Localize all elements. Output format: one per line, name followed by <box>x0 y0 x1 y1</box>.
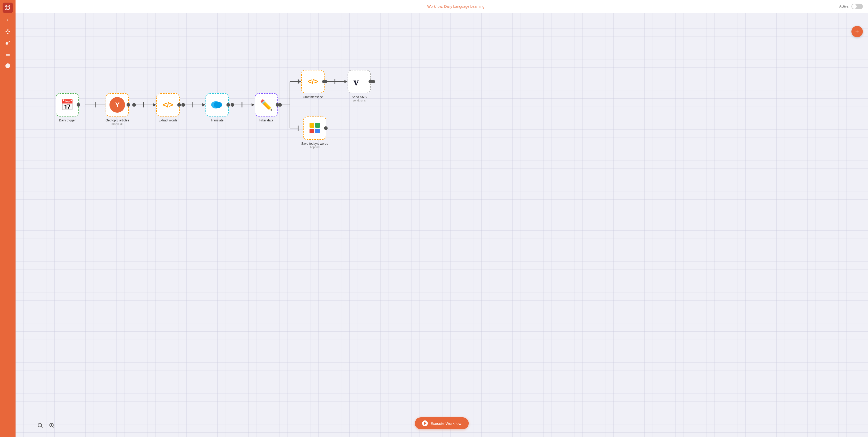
svg-point-39 <box>230 103 234 107</box>
header-title: Workflow: Daily Language Learning <box>427 4 485 8</box>
zoom-in-button[interactable] <box>48 421 56 429</box>
svg-line-17 <box>8 41 9 43</box>
sidebar-item-list[interactable] <box>2 49 13 60</box>
svg-point-1 <box>9 6 10 7</box>
svg-rect-8 <box>7 30 8 31</box>
svg-rect-67 <box>310 129 314 133</box>
bottom-bar: Execute Workflow <box>415 417 469 429</box>
node-translate[interactable]: Translate <box>206 93 229 122</box>
sidebar-item-network[interactable] <box>2 26 13 37</box>
svg-point-34 <box>181 103 185 107</box>
header: Workflow: Daily Language Learning Active… <box>16 0 868 13</box>
svg-point-63 <box>214 102 222 108</box>
zoom-controls <box>36 421 56 429</box>
node-extract-words[interactable]: </> Extract words <box>156 93 180 122</box>
sidebar-item-help[interactable] <box>2 60 13 71</box>
add-node-button[interactable]: + <box>851 26 863 37</box>
svg-point-0 <box>6 6 7 7</box>
execute-workflow-button[interactable]: Execute Workflow <box>415 417 469 429</box>
svg-marker-38 <box>203 103 206 107</box>
header-active-area: Active: <box>839 4 863 9</box>
sidebar-toggle-btn[interactable]: › <box>5 16 10 24</box>
svg-line-19 <box>8 42 9 42</box>
svg-rect-68 <box>315 129 320 133</box>
svg-marker-33 <box>153 103 156 107</box>
sidebar: › <box>0 0 16 437</box>
svg-point-29 <box>132 103 136 107</box>
active-label: Active: <box>839 4 849 8</box>
main-area: Workflow: Daily Language Learning Active… <box>16 0 868 437</box>
node-get-top-3[interactable]: Y Get top 3 articles getAll: all <box>105 93 129 125</box>
svg-text:v: v <box>353 76 359 88</box>
svg-point-3 <box>9 9 10 10</box>
active-toggle[interactable] <box>851 4 863 9</box>
execute-play-icon <box>422 420 428 426</box>
node-save-words[interactable]: Save today's words Append <box>301 116 328 149</box>
svg-rect-11 <box>8 31 10 32</box>
node-filter-data[interactable]: ✏️ Filter data <box>255 93 278 122</box>
svg-point-2 <box>6 9 7 10</box>
workflow-canvas[interactable]: + <box>16 13 868 437</box>
connections-svg <box>16 13 868 437</box>
svg-rect-10 <box>6 31 7 32</box>
svg-marker-49 <box>298 80 301 83</box>
zoom-out-button[interactable] <box>36 421 44 429</box>
svg-point-24 <box>8 67 8 67</box>
svg-point-16 <box>6 42 8 45</box>
node-send-sms[interactable]: v Send SMS send: sms <box>347 70 371 102</box>
node-daily-trigger[interactable]: 📅 Daily trigger <box>56 93 79 122</box>
svg-line-18 <box>9 41 10 42</box>
svg-rect-65 <box>310 123 314 128</box>
svg-line-75 <box>53 427 54 428</box>
svg-rect-66 <box>315 123 320 128</box>
app-logo[interactable] <box>3 3 13 13</box>
svg-marker-43 <box>252 103 255 107</box>
svg-marker-54 <box>344 80 347 83</box>
node-craft-message[interactable]: </> Craft message <box>301 70 324 99</box>
sidebar-item-key[interactable] <box>2 37 13 49</box>
svg-line-71 <box>41 427 43 428</box>
